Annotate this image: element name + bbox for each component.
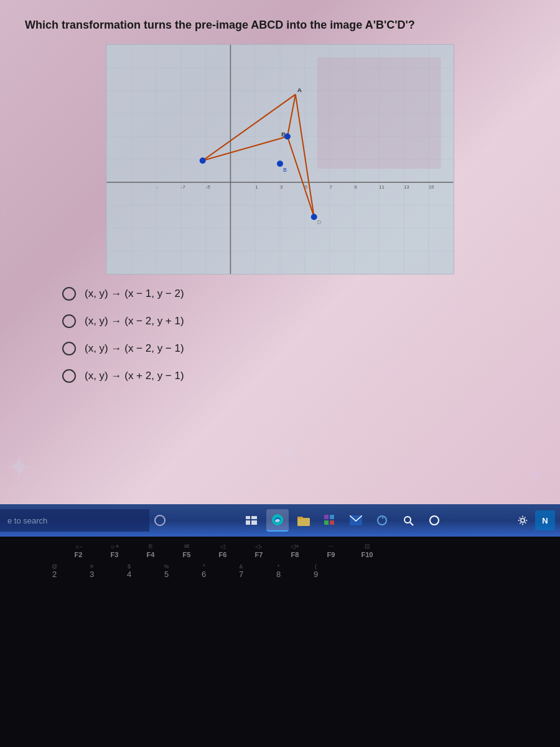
search-placeholder: e to search [7, 516, 47, 525]
search-bar[interactable]: e to search [0, 509, 149, 532]
apps-grid-icon[interactable] [319, 509, 341, 532]
fkey-f7-name: F7 [255, 551, 263, 558]
key-5-bot: 5 [164, 570, 169, 579]
function-key-row: ☼- F2 ☼+ F3 ⎘ F4 ✉ F5 ◁ F6 ◁- F7 ◁+ F8 ·… [25, 543, 535, 558]
svg-text:9: 9 [354, 184, 357, 190]
svg-point-44 [277, 161, 283, 167]
choice-text-b: (x, y) → (x − 2, y + 1) [85, 315, 184, 327]
answer-choice-c[interactable]: (x, y) → (x − 2, y − 1) [62, 342, 535, 355]
fkey-f9-name: F9 [327, 551, 335, 558]
svg-text:15: 15 [429, 184, 434, 190]
fkey-f9: ··· F9 [315, 543, 347, 558]
radio-d[interactable] [62, 369, 76, 383]
radio-b[interactable] [62, 314, 76, 328]
coordinate-graph: -5 -7 - 1 3 5 7 9 11 13 15 [106, 45, 454, 274]
graph-area: -5 -7 - 1 3 5 7 9 11 13 15 [106, 44, 454, 275]
fkey-f10: ⊡ F10 [351, 543, 383, 558]
key-2-top: @ [52, 563, 57, 570]
start-circle[interactable] [154, 515, 166, 526]
fkey-f3-name: F3 [111, 551, 119, 558]
magnifier-icon[interactable] [397, 509, 419, 532]
fkey-f2-label: ☼- [75, 543, 83, 550]
fkey-f6-label: ◁ [220, 543, 225, 550]
number-key-row: @ 2 # 3 $ 4 % 5 ^ 6 & 7 * 8 ( 9 [37, 563, 548, 579]
svg-rect-60 [330, 520, 334, 525]
edge-browser-icon[interactable] [266, 509, 289, 532]
key-6: ^ 6 [187, 563, 221, 579]
key-8: * 8 [261, 563, 296, 579]
key-5-top: % [164, 563, 169, 570]
svg-rect-59 [324, 520, 329, 525]
key-9-bot: 9 [314, 570, 318, 579]
fkey-f6-name: F6 [219, 551, 227, 558]
key-9: ( 9 [299, 563, 333, 579]
svg-text:13: 13 [404, 184, 409, 190]
key-4-bot: 4 [127, 570, 131, 579]
taskbar: e to search [0, 504, 560, 537]
fkey-f4: ⎘ F4 [134, 543, 167, 558]
svg-text:D: D [317, 219, 322, 225]
answer-choice-d[interactable]: (x, y) → (x + 2, y − 1) [62, 369, 535, 383]
radio-a[interactable] [62, 287, 76, 301]
question-text: Which transformation turns the pre-image… [25, 19, 535, 32]
choice-text-c: (x, y) → (x − 2, y − 1) [85, 342, 184, 355]
svg-point-65 [430, 516, 439, 525]
svg-text:7: 7 [330, 184, 333, 190]
key-3: # 3 [75, 563, 109, 579]
svg-rect-51 [251, 516, 257, 519]
svg-text:-5: -5 [206, 184, 211, 190]
svg-rect-49 [317, 57, 441, 169]
answer-choice-a[interactable]: (x, y) → (x − 1, y − 2) [62, 287, 535, 301]
svg-rect-53 [251, 520, 257, 525]
svg-text:-7: -7 [181, 184, 186, 190]
gear-settings-icon[interactable] [513, 510, 533, 530]
fkey-f10-label: ⊡ [365, 543, 370, 550]
key-3-top: # [90, 563, 93, 570]
key-6-top: ^ [202, 563, 205, 570]
fkey-f3-label: ☼+ [110, 543, 119, 550]
taskbar-right: N [513, 510, 555, 530]
svg-line-64 [410, 522, 413, 525]
svg-point-43 [200, 157, 206, 164]
fkey-f5-label: ✉ [184, 543, 189, 550]
key-7: & 7 [224, 563, 258, 579]
fkey-f7-label: ◁- [255, 543, 262, 550]
svg-text:-: - [156, 184, 158, 190]
answer-choice-b[interactable]: (x, y) → (x − 2, y + 1) [62, 314, 535, 328]
notification-n-badge[interactable]: N [535, 510, 555, 530]
svg-text:3: 3 [280, 184, 283, 190]
circle-icon[interactable] [423, 509, 446, 532]
fkey-f3: ☼+ F3 [98, 543, 131, 558]
task-view-icon[interactable] [240, 509, 263, 532]
fkey-f10-name: F10 [362, 551, 373, 558]
svg-rect-56 [297, 517, 303, 519]
svg-rect-52 [246, 520, 250, 525]
svg-text:11: 11 [379, 184, 385, 190]
fkey-f4-name: F4 [147, 551, 155, 558]
key-5: % 5 [149, 563, 184, 579]
key-2-bot: 2 [52, 570, 57, 579]
fkey-f8-label: ◁+ [291, 543, 299, 550]
svg-point-66 [521, 519, 525, 522]
svg-point-46 [284, 133, 291, 139]
fkey-f5-name: F5 [183, 551, 191, 558]
fkey-f5: ✉ F5 [170, 543, 203, 558]
key-7-bot: 7 [239, 570, 243, 579]
mail-icon[interactable] [345, 509, 367, 532]
key-4: $ 4 [112, 563, 146, 579]
fkey-f7: ◁- F7 [243, 543, 275, 558]
key-4-top: $ [128, 563, 131, 570]
svg-text:A: A [297, 87, 302, 93]
key-6-bot: 6 [202, 570, 206, 579]
radio-c[interactable] [62, 342, 76, 355]
key-9-top: ( [315, 563, 317, 570]
svg-rect-50 [246, 516, 250, 519]
fkey-f2: ☼- F2 [62, 543, 95, 558]
file-explorer-icon[interactable] [292, 509, 315, 532]
fkey-f4-label: ⎘ [149, 543, 152, 550]
sync-icon[interactable] [371, 509, 393, 532]
svg-rect-57 [324, 515, 329, 519]
key-2: @ 2 [37, 563, 72, 579]
key-7-top: & [239, 563, 243, 570]
taskbar-icons [173, 509, 513, 532]
